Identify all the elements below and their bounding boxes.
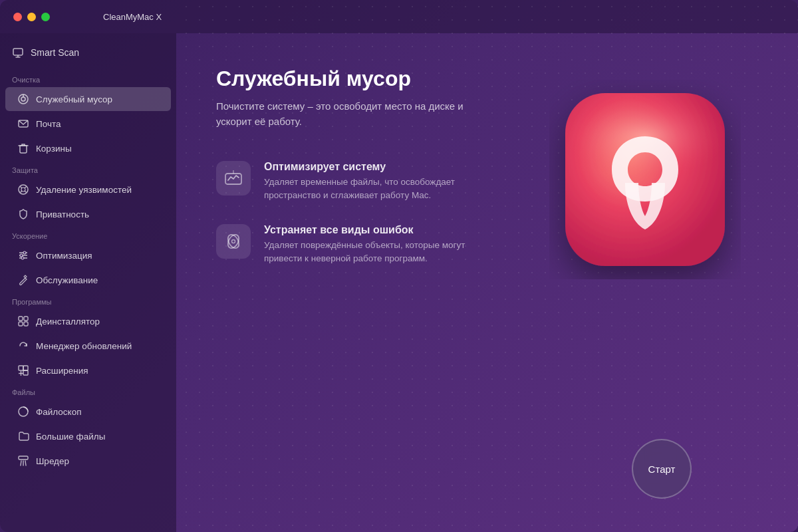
- feature-optimize-desc: Удаляет временные файлы, что освобождает…: [264, 176, 477, 203]
- content-area: Служебный мусор Почистите систему – это …: [176, 33, 798, 532]
- sidebar-item-vulnerabilities[interactable]: Удаление уязвимостей: [5, 178, 171, 201]
- window-controls: [13, 13, 50, 21]
- feature-errors-text: Устраняет все виды ошибок Удаляет повреж…: [264, 224, 477, 266]
- svg-point-19: [21, 257, 24, 259]
- sidebar-item-privacy[interactable]: Приватность: [5, 202, 171, 226]
- feature-errors-icon-box: [216, 224, 251, 259]
- section-label-files: Файлы: [0, 383, 176, 399]
- sidebar-item-system-junk[interactable]: Служебный мусор: [5, 87, 171, 111]
- system-junk-icon: [17, 93, 29, 105]
- sidebar-item-trash[interactable]: Корзины: [5, 136, 171, 160]
- mail-icon: [17, 118, 29, 130]
- extensions-label: Расширения: [36, 366, 88, 376]
- svg-point-17: [20, 254, 23, 257]
- svg-point-37: [225, 232, 241, 249]
- feature-errors-desc: Удаляет повреждённые объекты, которые мо…: [264, 239, 477, 266]
- title-bar: CleanMyMac X: [0, 0, 798, 33]
- sidebar-item-mail[interactable]: Почта: [5, 112, 171, 136]
- svg-line-12: [21, 191, 23, 193]
- feature-optimize-text: Оптимизирует систему Удаляет временные ф…: [264, 161, 477, 203]
- updater-icon: [17, 340, 29, 352]
- section-label-programs: Программы: [0, 293, 176, 309]
- optimization-icon: [17, 249, 29, 261]
- optimization-label: Оптимизация: [36, 251, 92, 261]
- shredder-icon: [17, 455, 29, 467]
- svg-rect-30: [19, 456, 28, 460]
- sidebar-item-filescope[interactable]: Файлоскоп: [5, 400, 171, 424]
- privacy-label: Приватность: [36, 209, 89, 219]
- vulnerabilities-label: Удаление уязвимостей: [36, 185, 132, 195]
- maintenance-label: Обслуживание: [36, 275, 98, 285]
- svg-line-31: [21, 461, 21, 466]
- start-button-area: Старт: [632, 439, 692, 499]
- start-button[interactable]: Старт: [632, 439, 692, 499]
- page-subtitle: Почистите систему – это освободит место …: [216, 99, 469, 129]
- svg-point-8: [19, 185, 28, 194]
- trash-icon: [17, 142, 29, 154]
- svg-rect-25: [23, 370, 28, 375]
- svg-line-13: [25, 191, 27, 193]
- app-icon-area: [532, 66, 758, 293]
- sidebar-item-smart-scan[interactable]: Smart Scan: [0, 40, 176, 65]
- app-icon: [545, 80, 745, 279]
- section-label-protection: Защита: [0, 161, 176, 177]
- feature-optimize-title: Оптимизирует систему: [264, 161, 477, 173]
- sidebar-item-optimization[interactable]: Оптимизация: [5, 243, 171, 267]
- svg-rect-23: [24, 322, 28, 326]
- maximize-button[interactable]: [41, 13, 50, 21]
- feature-errors-title: Устраняет все виды ошибок: [264, 224, 477, 236]
- uninstaller-label: Деинсталлятор: [36, 317, 100, 327]
- smart-scan-label: Smart Scan: [31, 47, 79, 58]
- svg-rect-24: [19, 366, 23, 370]
- maintenance-icon: [17, 274, 29, 286]
- sidebar-item-uninstaller[interactable]: Деинсталлятор: [5, 309, 171, 333]
- extensions-icon: [17, 364, 29, 376]
- sidebar-item-large-files[interactable]: Большие файлы: [5, 424, 171, 448]
- sidebar-item-maintenance[interactable]: Обслуживание: [5, 268, 171, 292]
- system-junk-label: Служебный мусор: [36, 94, 112, 104]
- svg-rect-0: [13, 49, 23, 55]
- section-label-speed: Ускорение: [0, 227, 176, 243]
- app-title: CleanMyMac X: [103, 12, 162, 22]
- large-files-icon: [17, 430, 29, 442]
- feature-optimize-icon-box: [216, 161, 251, 196]
- svg-point-38: [232, 239, 235, 243]
- svg-rect-26: [23, 366, 28, 370]
- svg-point-41: [633, 158, 657, 182]
- svg-line-33: [25, 461, 26, 466]
- shredder-label: Шредер: [36, 456, 69, 466]
- privacy-icon: [17, 208, 29, 220]
- sidebar-item-updater[interactable]: Менеджер обновлений: [5, 334, 171, 358]
- updater-label: Менеджер обновлений: [36, 341, 132, 351]
- svg-rect-22: [19, 322, 23, 326]
- app-window: CleanMyMac X Smart Scan Очистка: [0, 0, 798, 532]
- smart-scan-icon: [12, 47, 24, 59]
- svg-point-18: [23, 251, 26, 254]
- svg-point-4: [21, 97, 25, 101]
- trash-label: Корзины: [36, 144, 72, 154]
- svg-rect-20: [19, 317, 23, 321]
- close-button[interactable]: [13, 13, 22, 21]
- sidebar-sections: Очистка Служебный мусор: [0, 70, 176, 473]
- mail-label: Почта: [36, 119, 61, 129]
- large-files-label: Большие файлы: [36, 432, 105, 442]
- sidebar-item-extensions[interactable]: Расширения: [5, 358, 171, 382]
- svg-line-10: [21, 187, 23, 189]
- svg-rect-21: [24, 317, 28, 321]
- sidebar: Smart Scan Очистка Служебный мусор: [0, 33, 176, 532]
- sidebar-item-shredder[interactable]: Шредер: [5, 449, 171, 473]
- filescope-icon: [17, 406, 29, 418]
- uninstaller-icon: [17, 315, 29, 327]
- main-layout: Smart Scan Очистка Служебный мусор: [0, 33, 798, 532]
- filescope-label: Файлоскоп: [36, 407, 81, 417]
- section-label-cleaning: Очистка: [0, 70, 176, 86]
- fix-errors-icon: [223, 231, 243, 251]
- vulnerabilities-icon: [17, 184, 29, 196]
- minimize-button[interactable]: [27, 13, 36, 21]
- optimize-icon: [223, 168, 243, 188]
- svg-line-11: [25, 187, 27, 189]
